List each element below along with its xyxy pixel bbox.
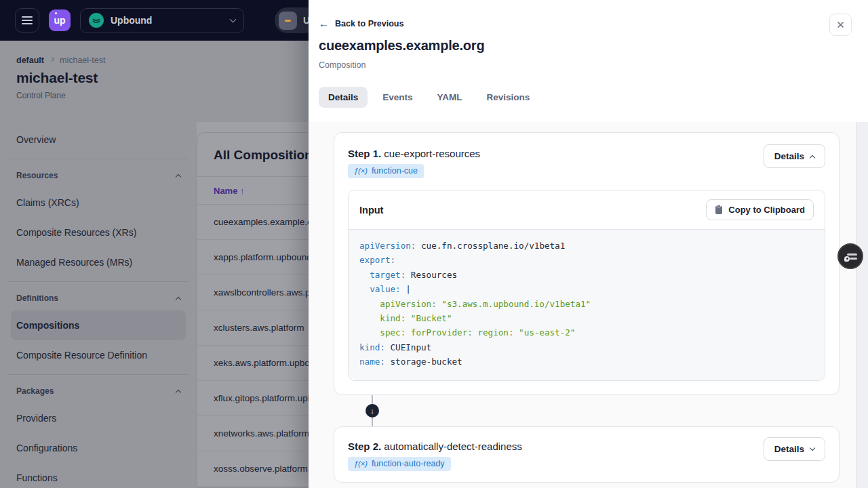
- copy-to-clipboard-button[interactable]: Copy to Clipboard: [706, 199, 814, 220]
- panel-type-label: Composition: [319, 60, 366, 70]
- org-avatar-icon: [89, 13, 104, 28]
- close-panel-button[interactable]: ✕: [829, 14, 852, 36]
- tab-yaml[interactable]: YAML: [428, 87, 472, 108]
- code-line: kind: "Bucket": [359, 311, 814, 325]
- input-card-title: Input: [359, 205, 383, 216]
- function-badge: ƒ(×) function-auto-ready: [348, 457, 451, 471]
- tab-revisions[interactable]: Revisions: [477, 87, 540, 108]
- org-switcher-label: Upbound: [111, 15, 224, 26]
- details-button-label: Details: [774, 444, 804, 454]
- line-icon: [850, 258, 857, 260]
- panel-tabs: DetailsEventsYAMLRevisions: [319, 87, 539, 108]
- step-number: Step 2.: [348, 441, 381, 452]
- input-yaml-code: apiVersion: cue.fn.crossplane.io/v1beta1…: [349, 229, 825, 380]
- step-name: cue-export-resources: [384, 148, 480, 159]
- feedback-widget-button[interactable]: [837, 243, 863, 269]
- code-line: spec: forProvider: region: "us-east-2": [359, 325, 814, 340]
- upbound-logo[interactable]: up: [49, 9, 71, 31]
- chevron-up-icon: [810, 155, 815, 160]
- step-2-details-button[interactable]: Details: [764, 437, 825, 461]
- code-line: export:: [359, 253, 814, 267]
- step-name: automatically-detect-readiness: [384, 441, 521, 452]
- step-1-card: Step 1. cue-export-resources ƒ(×) functi…: [334, 132, 840, 395]
- back-arrow-icon: ←: [319, 18, 329, 28]
- chevron-down-icon: [810, 445, 815, 450]
- function-icon: ƒ(×): [354, 460, 368, 468]
- menu-button[interactable]: [15, 8, 39, 33]
- panel-scrollbar[interactable]: [856, 122, 868, 488]
- code-line: target: Resources: [359, 268, 814, 282]
- function-badge-label: function-auto-ready: [372, 459, 445, 468]
- step-1-details-button[interactable]: Details: [764, 144, 825, 168]
- app-root: up Upbound U default michael-test michae…: [0, 0, 868, 488]
- line-icon: [847, 253, 857, 256]
- status-icon: [279, 12, 297, 30]
- step-2-card: Step 2. automatically-detect-readiness ƒ…: [334, 426, 840, 483]
- function-icon: ƒ(×): [354, 167, 368, 175]
- code-line: apiVersion: "s3.aws.m.upbound.io/v1beta1…: [359, 297, 814, 311]
- arrow-down-icon: ↓: [366, 404, 379, 418]
- chevron-down-icon: [230, 16, 237, 23]
- input-card: Input Copy to Clipboard apiVersion: cue.…: [348, 190, 825, 381]
- back-label: Back to Previous: [335, 19, 403, 28]
- step-2-title: Step 2. automatically-detect-readiness: [348, 437, 522, 452]
- back-to-previous-link[interactable]: ← Back to Previous: [319, 18, 403, 28]
- org-switcher[interactable]: Upbound: [80, 8, 244, 33]
- tab-events[interactable]: Events: [373, 87, 422, 108]
- copy-button-label: Copy to Clipboard: [728, 205, 805, 215]
- code-line: kind: CUEInput: [359, 340, 814, 354]
- close-icon: ✕: [836, 19, 845, 31]
- pen-droplet-icon: [844, 256, 850, 262]
- pipeline-connector: ↓: [366, 395, 379, 426]
- panel-content: Step 1. cue-export-resources ƒ(×) functi…: [309, 122, 868, 488]
- clipboard-icon: [715, 205, 723, 215]
- step-number: Step 1.: [348, 148, 381, 159]
- tab-details[interactable]: Details: [319, 87, 368, 108]
- function-badge: ƒ(×) function-cue: [348, 164, 424, 178]
- hamburger-icon: [22, 16, 33, 24]
- code-line: apiVersion: cue.fn.crossplane.io/v1beta1: [359, 239, 814, 253]
- composition-detail-panel: ← Back to Previous ✕ cueexamples.example…: [309, 0, 868, 488]
- function-badge-label: function-cue: [372, 166, 418, 176]
- details-button-label: Details: [774, 151, 804, 161]
- step-1-title: Step 1. cue-export-resources: [348, 144, 480, 159]
- code-line: value: |: [359, 282, 814, 296]
- code-line: name: storage-bucket: [359, 354, 814, 369]
- panel-title: cueexamples.example.org: [319, 38, 484, 54]
